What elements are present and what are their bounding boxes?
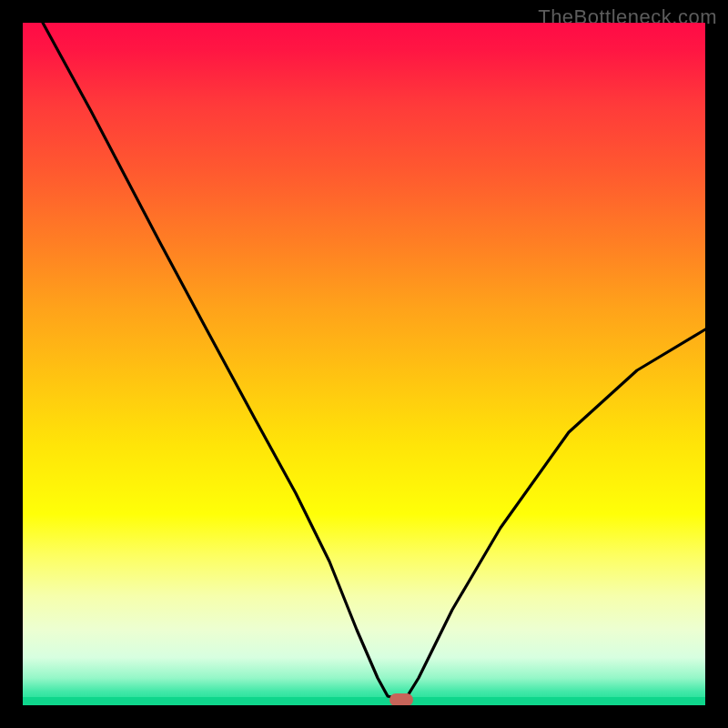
bottleneck-curve [43, 23, 705, 698]
curve-svg [23, 23, 705, 705]
optimum-marker [389, 693, 413, 705]
plot-area [23, 23, 705, 705]
chart-frame: TheBottleneck.com [0, 0, 728, 728]
